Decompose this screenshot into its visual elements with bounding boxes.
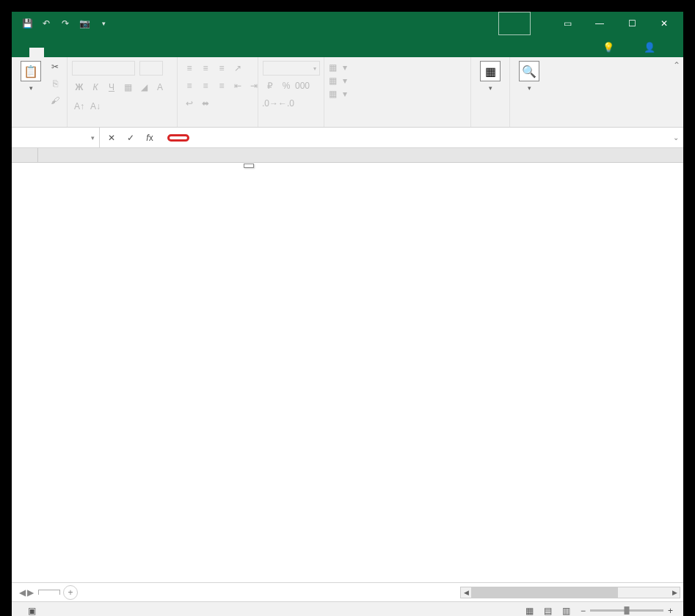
title-bar: 💾 ↶ ↷ 📷 ▾ ▭ — ☐ ✕ bbox=[12, 12, 683, 35]
grid-body[interactable] bbox=[12, 163, 683, 582]
align-top-icon[interactable]: ≡ bbox=[182, 61, 197, 76]
cut-icon[interactable]: ✂ bbox=[48, 59, 62, 74]
name-box[interactable]: ▾ bbox=[12, 128, 100, 147]
cells-button[interactable]: ▦ ▾ bbox=[476, 59, 505, 93]
hscroll-left-icon[interactable]: ◀ bbox=[461, 587, 471, 598]
align-center-icon[interactable]: ≡ bbox=[198, 78, 213, 93]
conditional-formatting-button[interactable]: ▦ ▾ bbox=[329, 62, 347, 73]
save-icon[interactable]: 💾 bbox=[19, 15, 35, 32]
sheet-nav-prev-icon[interactable]: ◀ bbox=[19, 587, 26, 598]
spreadsheet-grid bbox=[12, 148, 683, 582]
orientation-icon[interactable]: ↗ bbox=[230, 61, 245, 76]
formula-bar-row: ▾ ✕ ✓ fx ⌄ bbox=[12, 128, 683, 148]
grow-font-icon[interactable]: A↑ bbox=[72, 99, 87, 114]
sheet-nav-next-icon[interactable]: ▶ bbox=[27, 587, 34, 598]
ribbon-display-icon[interactable]: ▭ bbox=[551, 12, 583, 35]
tab-developer[interactable] bbox=[132, 48, 147, 57]
formula-bar[interactable]: ⌄ bbox=[161, 128, 683, 147]
qat-custom-icon[interactable]: ▾ bbox=[95, 15, 112, 32]
tab-review[interactable] bbox=[103, 48, 117, 57]
status-bar: ▣ ▦ ▤ ▥ − + bbox=[12, 601, 683, 616]
border-icon[interactable]: ▦ bbox=[120, 80, 135, 95]
currency-icon[interactable]: ₽ bbox=[263, 78, 277, 93]
shrink-font-icon[interactable]: A↓ bbox=[88, 99, 103, 114]
ribbon-body: 📋 ▾ ✂ ⎘ 🖌 Ж К bbox=[12, 57, 683, 128]
number-format-dropdown[interactable]: ▾ bbox=[263, 61, 320, 76]
format-as-table-button[interactable]: ▦ ▾ bbox=[329, 76, 347, 86]
tab-insert[interactable] bbox=[44, 48, 59, 57]
cancel-icon[interactable]: ✕ bbox=[103, 131, 120, 145]
hscroll-right-icon[interactable]: ▶ bbox=[669, 587, 680, 598]
formula-highlight bbox=[167, 134, 189, 142]
select-all-corner[interactable] bbox=[12, 148, 38, 162]
view-pagelayout-icon[interactable]: ▤ bbox=[540, 604, 556, 617]
touch-icon[interactable]: 📷 bbox=[76, 15, 92, 32]
close-button[interactable]: ✕ bbox=[648, 12, 680, 35]
cell-styles-button[interactable]: ▦ ▾ bbox=[329, 89, 347, 99]
signin-button[interactable] bbox=[498, 12, 531, 35]
bold-button[interactable]: Ж bbox=[72, 80, 87, 95]
sheet-tab-bar: ◀ ▶ + ◀ ▶ bbox=[12, 582, 683, 601]
fill-color-icon[interactable]: ◢ bbox=[137, 80, 151, 95]
group-editing: 🔍 ▾ bbox=[510, 57, 548, 127]
zoom-slider[interactable] bbox=[590, 609, 663, 612]
sheet-tab[interactable] bbox=[38, 590, 60, 595]
maximize-button[interactable]: ☐ bbox=[616, 12, 648, 35]
align-middle-icon[interactable]: ≡ bbox=[198, 61, 213, 76]
column-headers bbox=[12, 148, 683, 163]
align-right-icon[interactable]: ≡ bbox=[214, 78, 229, 93]
find-icon: 🔍 bbox=[519, 61, 539, 81]
tab-data[interactable] bbox=[88, 48, 103, 57]
group-cells: ▦ ▾ bbox=[471, 57, 510, 127]
group-styles: ▦ ▾ ▦ ▾ ▦ ▾ bbox=[324, 57, 471, 127]
group-number: ▾ ₽ % 000 .0→ ←.0 bbox=[258, 57, 324, 127]
group-font: Ж К Ч ▦ ◢ A A↑ A↓ bbox=[68, 57, 178, 127]
indent-dec-icon[interactable]: ⇤ bbox=[230, 78, 245, 93]
tab-help[interactable] bbox=[147, 48, 161, 57]
expand-formula-bar-icon[interactable]: ⌄ bbox=[673, 133, 679, 142]
ribbon-tabs: 💡 👤 bbox=[12, 35, 683, 57]
underline-button[interactable]: Ч bbox=[104, 80, 119, 95]
editing-button[interactable]: 🔍 ▾ bbox=[514, 59, 544, 93]
group-clipboard: 📋 ▾ ✂ ⎘ 🖌 bbox=[12, 57, 68, 127]
format-painter-icon[interactable]: 🖌 bbox=[48, 93, 62, 108]
hscroll-thumb[interactable] bbox=[471, 587, 618, 598]
decrease-decimal-icon[interactable]: ←.0 bbox=[279, 96, 294, 111]
font-color-icon[interactable]: A bbox=[153, 80, 167, 95]
comma-icon[interactable]: 000 bbox=[295, 78, 310, 93]
macro-record-icon[interactable]: ▣ bbox=[28, 606, 36, 616]
tab-file[interactable] bbox=[15, 48, 29, 57]
tab-pagelayout[interactable] bbox=[59, 48, 73, 57]
horizontal-scrollbar[interactable]: ◀ ▶ bbox=[460, 587, 680, 598]
align-left-icon[interactable]: ≡ bbox=[182, 78, 197, 93]
add-sheet-button[interactable]: + bbox=[63, 585, 78, 600]
align-bottom-icon[interactable]: ≡ bbox=[214, 61, 229, 76]
zoom-in-icon[interactable]: + bbox=[668, 606, 673, 616]
percent-icon[interactable]: % bbox=[279, 78, 294, 93]
wrap-text-icon[interactable]: ↩ bbox=[182, 96, 197, 111]
function-tooltip[interactable] bbox=[244, 164, 254, 168]
italic-button[interactable]: К bbox=[88, 80, 103, 95]
increase-decimal-icon[interactable]: .0→ bbox=[263, 96, 277, 111]
copy-icon[interactable]: ⎘ bbox=[48, 76, 62, 91]
fx-icon[interactable]: fx bbox=[141, 131, 159, 145]
paste-button[interactable]: 📋 ▾ bbox=[16, 59, 46, 93]
tell-me-icon[interactable]: 💡 bbox=[595, 37, 636, 57]
enter-icon[interactable]: ✓ bbox=[122, 131, 139, 145]
zoom-out-icon[interactable]: − bbox=[581, 606, 586, 616]
undo-icon[interactable]: ↶ bbox=[38, 15, 54, 32]
minimize-button[interactable]: — bbox=[583, 12, 616, 35]
zoom-control[interactable]: − + bbox=[581, 606, 677, 616]
redo-icon[interactable]: ↷ bbox=[57, 15, 73, 32]
tab-home[interactable] bbox=[29, 48, 44, 57]
cells-icon: ▦ bbox=[480, 61, 501, 81]
tab-formulas[interactable] bbox=[73, 48, 88, 57]
share-button[interactable]: 👤 bbox=[636, 37, 677, 57]
clipboard-icon: 📋 bbox=[21, 61, 41, 81]
group-alignment: ≡ ≡ ≡ ↗ ≡ ≡ ≡ ⇤ ⇥ ↩ ⬌ bbox=[178, 57, 258, 127]
tab-view[interactable] bbox=[117, 48, 132, 57]
view-normal-icon[interactable]: ▦ bbox=[521, 604, 537, 617]
merge-icon[interactable]: ⬌ bbox=[198, 96, 213, 111]
collapse-ribbon-icon[interactable]: ⌃ bbox=[670, 57, 683, 127]
view-pagebreak-icon[interactable]: ▥ bbox=[558, 604, 575, 617]
